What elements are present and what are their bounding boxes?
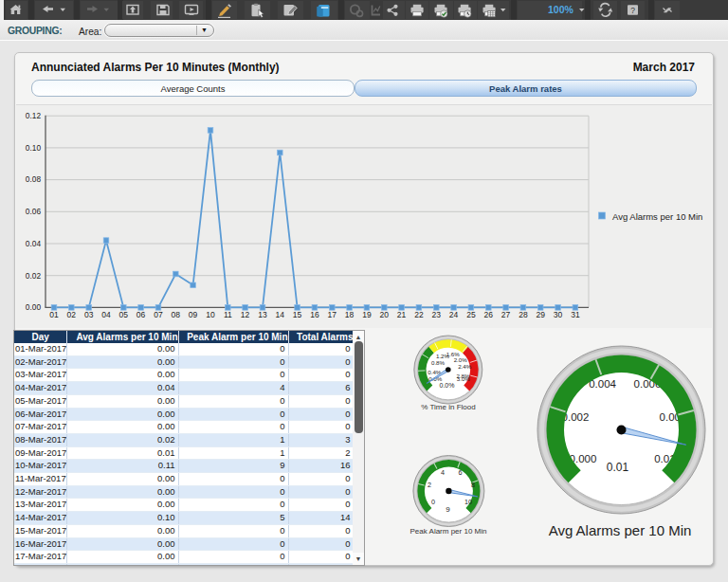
svg-text:8: 8	[471, 481, 475, 489]
svg-text:10: 10	[464, 498, 472, 506]
svg-text:100%: 100%	[548, 4, 574, 15]
svg-text:2: 2	[428, 481, 431, 489]
svg-text:4: 4	[441, 468, 445, 477]
svg-text:?: ?	[630, 6, 635, 15]
svg-text:0.0%: 0.0%	[440, 382, 455, 389]
svg-text:0.01: 0.01	[607, 461, 629, 474]
svg-text:0: 0	[431, 498, 435, 506]
svg-text:2.4%: 2.4%	[458, 363, 472, 370]
svg-text:3.0%: 3.0%	[457, 375, 471, 382]
svg-text:9: 9	[446, 505, 450, 514]
svg-text:0.8%: 0.8%	[431, 359, 446, 366]
svg-text:6: 6	[459, 468, 463, 477]
